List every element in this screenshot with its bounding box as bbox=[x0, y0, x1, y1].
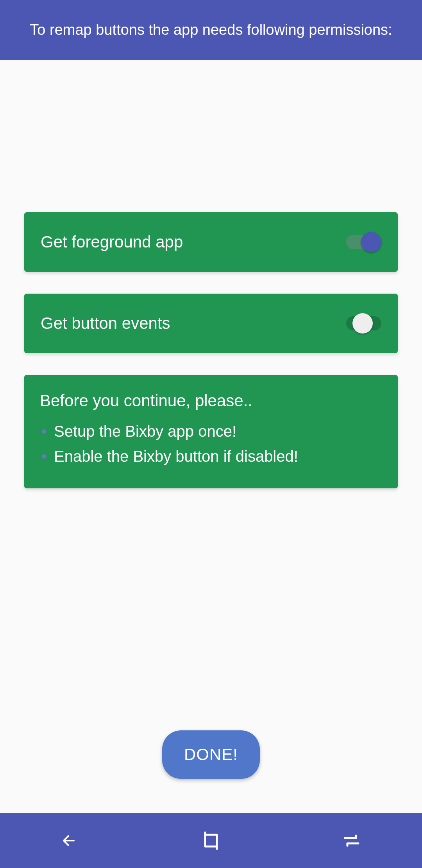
header-title: To remap buttons the app needs following… bbox=[30, 22, 392, 38]
home-icon[interactable] bbox=[200, 830, 222, 851]
content-area: Get foreground app Get button events Bef… bbox=[0, 60, 422, 813]
info-item: Setup the Bixby app once! bbox=[40, 419, 382, 444]
info-list: Setup the Bixby app once! Enable the Bix… bbox=[40, 419, 382, 469]
permission-card-foreground[interactable]: Get foreground app bbox=[24, 212, 398, 272]
done-button[interactable]: DONE! bbox=[162, 730, 260, 779]
done-row: DONE! bbox=[24, 730, 398, 813]
recents-icon[interactable] bbox=[341, 830, 362, 851]
info-item: Enable the Bixby button if disabled! bbox=[40, 444, 382, 469]
switch-thumb bbox=[352, 313, 373, 334]
switch-thumb bbox=[361, 232, 381, 252]
permission-label: Get foreground app bbox=[41, 233, 183, 251]
header: To remap buttons the app needs following… bbox=[0, 0, 422, 60]
permission-label: Get button events bbox=[41, 314, 170, 333]
permission-toggle-button-events[interactable] bbox=[346, 313, 381, 334]
back-icon[interactable] bbox=[60, 830, 81, 851]
info-title: Before you continue, please.. bbox=[40, 391, 382, 410]
spacer bbox=[24, 60, 398, 212]
permission-card-button-events[interactable]: Get button events bbox=[24, 294, 398, 353]
system-navbar bbox=[0, 813, 422, 868]
spacer bbox=[24, 488, 398, 730]
info-card: Before you continue, please.. Setup the … bbox=[24, 375, 398, 488]
permission-toggle-foreground[interactable] bbox=[346, 232, 381, 252]
